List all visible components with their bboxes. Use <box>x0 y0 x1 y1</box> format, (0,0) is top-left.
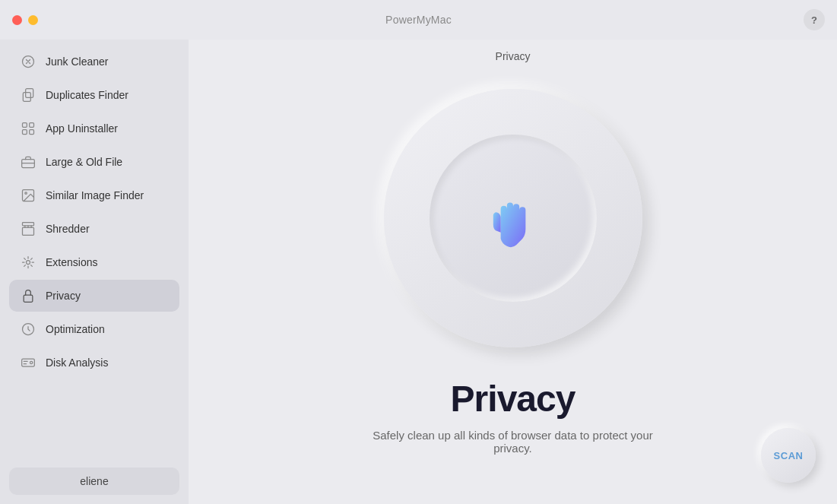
svg-rect-4 <box>30 123 34 128</box>
sidebar: Junk Cleaner Duplicates Finder <box>0 40 189 504</box>
copy-icon <box>20 87 36 103</box>
main-content: Privacy Pri <box>189 40 837 504</box>
close-button[interactable] <box>12 15 22 25</box>
grid-icon <box>20 120 36 137</box>
feature-title: Privacy <box>451 378 575 420</box>
scan-button-container: SCAN <box>761 428 816 483</box>
extensions-icon <box>20 254 36 271</box>
sidebar-item-privacy[interactable]: Privacy <box>9 280 179 312</box>
extensions-label: Extensions <box>46 256 97 268</box>
titlebar: PowerMyMac ? <box>0 0 837 40</box>
feature-icon-inner <box>430 135 597 302</box>
scan-button[interactable]: SCAN <box>761 428 816 483</box>
sidebar-item-similar-image-finder[interactable]: Similar Image Finder <box>9 179 179 211</box>
briefcase-icon <box>20 154 36 170</box>
app-uninstaller-label: App Uninstaller <box>46 122 118 135</box>
svg-rect-6 <box>30 130 34 135</box>
svg-rect-17 <box>24 295 33 302</box>
main-layout: Junk Cleaner Duplicates Finder <box>0 40 837 504</box>
traffic-lights <box>12 15 38 25</box>
shredder-icon <box>20 220 36 237</box>
feature-description: Safely clean up all kinds of browser dat… <box>354 429 673 455</box>
optimization-label: Optimization <box>46 323 105 335</box>
sidebar-item-disk-analysis[interactable]: Disk Analysis <box>9 347 179 379</box>
minimize-button[interactable] <box>28 15 38 25</box>
svg-rect-12 <box>23 227 34 235</box>
svg-point-16 <box>27 261 30 265</box>
page-header: Privacy <box>189 40 837 50</box>
sidebar-item-junk-cleaner[interactable]: Junk Cleaner <box>9 46 179 78</box>
svg-rect-5 <box>23 130 27 135</box>
optimization-icon <box>20 321 36 338</box>
svg-rect-2 <box>23 93 30 102</box>
feature-icon-outer <box>384 89 642 347</box>
app-title: PowerMyMac <box>385 14 452 26</box>
sidebar-item-extensions[interactable]: Extensions <box>9 246 179 278</box>
image-icon <box>20 187 36 204</box>
sidebar-item-duplicates-finder[interactable]: Duplicates Finder <box>9 79 179 111</box>
duplicates-finder-label: Duplicates Finder <box>46 89 128 101</box>
svg-rect-3 <box>23 123 27 128</box>
help-button[interactable]: ? <box>804 9 825 30</box>
lock-icon <box>20 287 36 304</box>
user-profile[interactable]: eliene <box>9 468 179 495</box>
similar-image-finder-label: Similar Image Finder <box>46 189 144 201</box>
trash-icon <box>20 53 36 70</box>
large-old-file-label: Large & Old File <box>46 156 122 168</box>
privacy-hand-icon <box>479 184 547 252</box>
disk-icon <box>20 354 36 371</box>
sidebar-item-large-old-file[interactable]: Large & Old File <box>9 146 179 178</box>
svg-point-10 <box>25 192 27 195</box>
sidebar-item-app-uninstaller[interactable]: App Uninstaller <box>9 113 179 144</box>
svg-rect-1 <box>26 89 33 98</box>
sidebar-item-optimization[interactable]: Optimization <box>9 313 179 345</box>
disk-analysis-label: Disk Analysis <box>46 357 108 369</box>
sidebar-item-shredder[interactable]: Shredder <box>9 213 179 245</box>
junk-cleaner-label: Junk Cleaner <box>46 55 109 68</box>
svg-point-20 <box>30 361 33 363</box>
shredder-label: Shredder <box>46 223 90 235</box>
privacy-label: Privacy <box>46 290 81 302</box>
